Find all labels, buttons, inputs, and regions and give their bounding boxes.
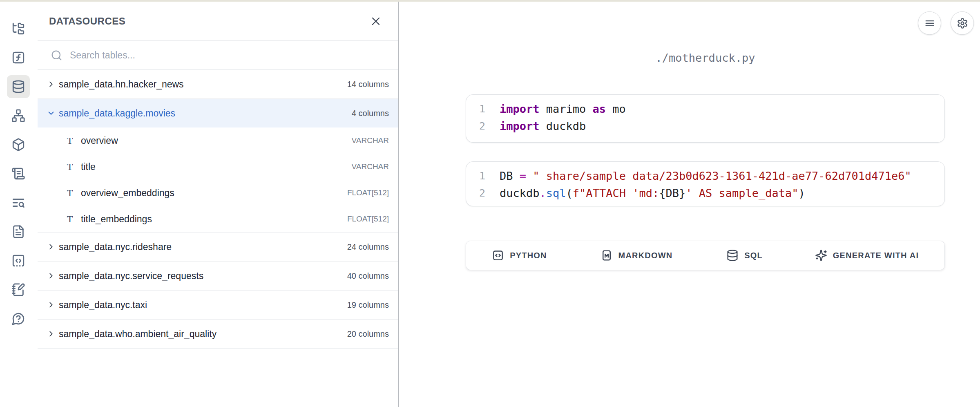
chevron-down-icon	[47, 109, 56, 118]
text-type-icon: T	[66, 188, 74, 198]
help-bubble-icon	[11, 312, 25, 326]
line-number-gutter: 12	[466, 101, 492, 136]
code-square-icon	[492, 249, 504, 262]
table-group: sample_data.hn.hacker_news14 columns	[38, 70, 398, 99]
sidebar-item-datasources[interactable]	[7, 75, 30, 98]
chevron-right-icon	[47, 242, 56, 251]
chevron-right-icon	[47, 271, 56, 280]
sidebar-item-variables[interactable]	[7, 46, 30, 69]
datasources-panel-header: DATASOURCES	[38, 2, 398, 41]
line-number: 2	[479, 185, 485, 202]
sidebar-item-tracebacks[interactable]	[7, 191, 30, 214]
text-type-icon: T	[66, 214, 74, 224]
table-row[interactable]: sample_data.who.ambient_air_quality20 co…	[38, 320, 398, 348]
chevron-right-icon[interactable]	[47, 329, 56, 338]
column-row[interactable]: Ttitle_embeddingsFLOAT[512]	[38, 206, 398, 232]
sidebar-item-logs[interactable]	[7, 162, 30, 185]
table-row[interactable]: sample_data.hn.hacker_news14 columns	[38, 70, 398, 98]
notebook-filename: ./motherduck.py	[466, 51, 945, 64]
code-line: DB = "_share/sample_data/23b0d623-1361-4…	[500, 168, 911, 185]
code-line: import duckdb	[500, 118, 626, 135]
search-icon	[51, 49, 63, 61]
table-group: sample_data.nyc.rideshare24 columns	[38, 233, 398, 262]
column-row[interactable]: ToverviewVARCHAR	[38, 127, 398, 154]
database-icon	[11, 80, 25, 94]
search-tables-row	[38, 41, 398, 70]
folder-tree-icon	[11, 22, 25, 36]
tables-list: sample_data.hn.hacker_news14 columnssamp…	[38, 70, 398, 349]
sidebar-item-file-explorer[interactable]	[7, 17, 30, 40]
code-cell[interactable]: 12import marimo as moimport duckdb	[466, 94, 945, 143]
column-type: VARCHAR	[352, 162, 389, 171]
chevron-right-icon[interactable]	[47, 242, 56, 251]
code-cell[interactable]: 12DB = "_share/sample_data/23b0d623-1361…	[466, 161, 945, 206]
search-tables-input[interactable]	[70, 50, 386, 61]
text-type-icon: T	[66, 136, 74, 145]
code-editor[interactable]: DB = "_share/sample_data/23b0d623-1361-4…	[492, 168, 911, 200]
sidebar-item-packages[interactable]	[7, 133, 30, 156]
panel-title: DATASOURCES	[49, 16, 125, 27]
hamburger-menu-icon	[924, 18, 935, 29]
sidebar-item-scratchpad[interactable]	[7, 278, 30, 301]
add-cell-markdown-button[interactable]: MARKDOWN	[573, 241, 700, 270]
network-icon	[11, 109, 25, 123]
database-icon	[726, 249, 739, 262]
table-group: sample_data.kaggle.movies4 columnsToverv…	[38, 99, 398, 233]
line-number: 2	[479, 118, 485, 135]
column-type: FLOAT[512]	[347, 215, 389, 224]
add-cell-sql-button[interactable]: SQL	[700, 241, 789, 270]
activity-sidebar	[0, 2, 37, 407]
chevron-right-icon[interactable]	[47, 300, 56, 309]
code-line: import marimo as mo	[500, 101, 626, 118]
add-cell-python-button[interactable]: PYTHON	[466, 241, 573, 270]
add-cell-button-label: SQL	[744, 251, 763, 260]
table-row[interactable]: sample_data.nyc.rideshare24 columns	[38, 233, 398, 261]
column-type: FLOAT[512]	[347, 188, 389, 197]
square-dashed-code-icon	[11, 254, 25, 268]
top-actions	[918, 11, 974, 35]
chevron-right-icon[interactable]	[47, 271, 56, 280]
table-column-count: 4 columns	[352, 109, 389, 118]
chevron-down-icon[interactable]	[47, 109, 56, 118]
table-group: sample_data.who.ambient_air_quality20 co…	[38, 320, 398, 349]
code-line: duckdb.sql(f"ATTACH 'md:{DB}' AS sample_…	[500, 185, 911, 202]
notebook-area: ./motherduck.py 12import marimo as moimp…	[400, 2, 980, 407]
add-cell-button-label: MARKDOWN	[618, 251, 673, 260]
settings-button[interactable]	[951, 11, 974, 35]
column-name: title_embeddings	[81, 214, 152, 225]
sidebar-item-snippets[interactable]	[7, 249, 30, 272]
datasources-panel: DATASOURCES sample_data.hn.hacker_news14…	[38, 2, 399, 407]
column-name: overview	[81, 135, 118, 146]
chevron-right-icon	[47, 329, 56, 338]
table-row[interactable]: sample_data.nyc.taxi19 columns	[38, 291, 398, 319]
column-row[interactable]: TtitleVARCHAR	[38, 154, 398, 180]
table-group: sample_data.nyc.service_requests40 colum…	[38, 262, 398, 291]
table-name: sample_data.who.ambient_air_quality	[59, 329, 217, 340]
line-number: 1	[479, 101, 485, 118]
close-icon	[369, 15, 382, 28]
table-group: sample_data.nyc.taxi19 columns	[38, 291, 398, 320]
table-row[interactable]: sample_data.kaggle.movies4 columns	[38, 99, 398, 127]
gear-icon	[957, 18, 968, 29]
close-panel-button[interactable]	[369, 15, 382, 28]
table-column-count: 40 columns	[347, 271, 389, 281]
function-square-icon	[11, 51, 25, 65]
sidebar-item-dependencies[interactable]	[7, 104, 30, 127]
table-name: sample_data.nyc.rideshare	[59, 242, 172, 253]
sidebar-item-help[interactable]	[7, 307, 30, 330]
table-name: sample_data.hn.hacker_news	[59, 79, 184, 90]
chevron-right-icon	[47, 300, 56, 309]
table-name: sample_data.kaggle.movies	[59, 108, 175, 119]
column-row[interactable]: Toverview_embeddingsFLOAT[512]	[38, 180, 398, 206]
notebook-menu-button[interactable]	[918, 11, 941, 35]
table-row[interactable]: sample_data.nyc.service_requests40 colum…	[38, 262, 398, 290]
sidebar-item-documentation[interactable]	[7, 220, 30, 243]
text-search-icon	[11, 196, 25, 210]
code-editor[interactable]: import marimo as moimport duckdb	[492, 101, 626, 136]
table-column-count: 14 columns	[347, 80, 389, 89]
square-m-icon	[601, 249, 613, 262]
chevron-right-icon[interactable]	[47, 80, 56, 89]
notebook-pen-icon	[11, 283, 25, 297]
add-cell-generate-with-ai-button[interactable]: GENERATE WITH AI	[789, 241, 944, 270]
table-column-count: 19 columns	[347, 300, 389, 310]
